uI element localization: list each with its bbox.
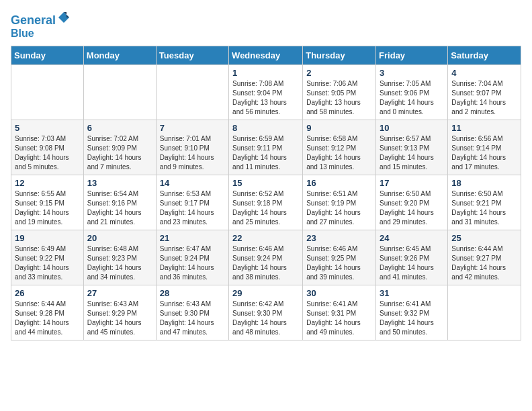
- day-cell: 18Sunrise: 6:50 AM Sunset: 9:21 PM Dayli…: [448, 175, 521, 230]
- header-monday: Monday: [83, 46, 156, 65]
- day-info: Sunrise: 6:55 AM Sunset: 9:15 PM Dayligh…: [15, 189, 80, 227]
- day-number: 3: [380, 68, 444, 78]
- day-cell: 4Sunrise: 7:04 AM Sunset: 9:07 PM Daylig…: [448, 65, 521, 120]
- day-info: Sunrise: 7:03 AM Sunset: 9:08 PM Dayligh…: [15, 134, 80, 172]
- day-number: 14: [160, 178, 225, 188]
- week-row-3: 12Sunrise: 6:55 AM Sunset: 9:15 PM Dayli…: [11, 175, 521, 230]
- day-info: Sunrise: 6:50 AM Sunset: 9:20 PM Dayligh…: [380, 189, 444, 227]
- logo: General Blue: [11, 11, 71, 39]
- day-info: Sunrise: 6:46 AM Sunset: 9:24 PM Dayligh…: [232, 244, 299, 282]
- day-cell: 26Sunrise: 6:44 AM Sunset: 9:28 PM Dayli…: [11, 285, 84, 340]
- day-info: Sunrise: 6:49 AM Sunset: 9:22 PM Dayligh…: [15, 244, 80, 282]
- day-number: 28: [160, 288, 225, 298]
- day-number: 25: [451, 233, 517, 243]
- day-number: 18: [451, 178, 517, 188]
- day-info: Sunrise: 6:41 AM Sunset: 9:32 PM Dayligh…: [380, 300, 444, 337]
- day-cell: 12Sunrise: 6:55 AM Sunset: 9:15 PM Dayli…: [11, 175, 84, 230]
- day-info: Sunrise: 6:53 AM Sunset: 9:17 PM Dayligh…: [160, 189, 225, 227]
- header-saturday: Saturday: [448, 46, 521, 65]
- day-number: 27: [87, 288, 152, 298]
- day-info: Sunrise: 6:57 AM Sunset: 9:13 PM Dayligh…: [380, 134, 444, 172]
- day-info: Sunrise: 6:41 AM Sunset: 9:31 PM Dayligh…: [306, 300, 372, 337]
- day-info: Sunrise: 7:01 AM Sunset: 9:10 PM Dayligh…: [160, 134, 225, 172]
- day-number: 1: [232, 68, 299, 78]
- day-cell: [11, 65, 84, 120]
- day-number: 29: [232, 288, 299, 298]
- day-number: 6: [87, 123, 152, 133]
- day-number: 13: [87, 178, 152, 188]
- day-number: 4: [451, 68, 517, 78]
- day-cell: 29Sunrise: 6:42 AM Sunset: 9:30 PM Dayli…: [229, 285, 303, 340]
- day-cell: 25Sunrise: 6:44 AM Sunset: 9:27 PM Dayli…: [448, 230, 521, 285]
- day-number: 17: [380, 178, 444, 188]
- day-cell: [83, 65, 156, 120]
- day-number: 2: [306, 68, 372, 78]
- day-number: 26: [15, 288, 80, 298]
- logo-general: General: [11, 13, 56, 27]
- page-header: General Blue: [11, 11, 521, 39]
- day-number: 11: [451, 123, 517, 133]
- day-number: 23: [306, 233, 372, 243]
- day-cell: 9Sunrise: 6:58 AM Sunset: 9:12 PM Daylig…: [303, 120, 376, 175]
- day-info: Sunrise: 6:43 AM Sunset: 9:30 PM Dayligh…: [160, 300, 225, 337]
- header-wednesday: Wednesday: [229, 46, 303, 65]
- day-number: 16: [306, 178, 372, 188]
- week-row-2: 5Sunrise: 7:03 AM Sunset: 9:08 PM Daylig…: [11, 120, 521, 175]
- day-info: Sunrise: 6:58 AM Sunset: 9:12 PM Dayligh…: [306, 134, 372, 172]
- day-info: Sunrise: 7:08 AM Sunset: 9:04 PM Dayligh…: [232, 79, 299, 117]
- day-number: 9: [306, 123, 372, 133]
- day-cell: 20Sunrise: 6:48 AM Sunset: 9:23 PM Dayli…: [83, 230, 156, 285]
- day-info: Sunrise: 6:59 AM Sunset: 9:11 PM Dayligh…: [232, 134, 299, 172]
- day-cell: [448, 285, 521, 340]
- logo-blue: Blue: [11, 28, 71, 40]
- day-cell: 21Sunrise: 6:47 AM Sunset: 9:24 PM Dayli…: [156, 230, 228, 285]
- day-info: Sunrise: 6:54 AM Sunset: 9:16 PM Dayligh…: [87, 189, 152, 227]
- day-info: Sunrise: 7:02 AM Sunset: 9:09 PM Dayligh…: [87, 134, 152, 172]
- day-number: 10: [380, 123, 444, 133]
- day-cell: 3Sunrise: 7:05 AM Sunset: 9:06 PM Daylig…: [376, 65, 448, 120]
- day-number: 31: [380, 288, 444, 298]
- header-thursday: Thursday: [303, 46, 376, 65]
- day-number: 24: [380, 233, 444, 243]
- day-cell: 1Sunrise: 7:08 AM Sunset: 9:04 PM Daylig…: [229, 65, 303, 120]
- day-cell: 17Sunrise: 6:50 AM Sunset: 9:20 PM Dayli…: [376, 175, 448, 230]
- header-friday: Friday: [376, 46, 448, 65]
- day-info: Sunrise: 6:52 AM Sunset: 9:18 PM Dayligh…: [232, 189, 299, 227]
- day-cell: [156, 65, 228, 120]
- day-number: 30: [306, 288, 372, 298]
- calendar-table: SundayMondayTuesdayWednesdayThursdayFrid…: [11, 46, 521, 340]
- day-cell: 28Sunrise: 6:43 AM Sunset: 9:30 PM Dayli…: [156, 285, 228, 340]
- day-info: Sunrise: 6:44 AM Sunset: 9:27 PM Dayligh…: [451, 244, 517, 282]
- week-row-4: 19Sunrise: 6:49 AM Sunset: 9:22 PM Dayli…: [11, 230, 521, 285]
- day-cell: 2Sunrise: 7:06 AM Sunset: 9:05 PM Daylig…: [303, 65, 376, 120]
- day-cell: 5Sunrise: 7:03 AM Sunset: 9:08 PM Daylig…: [11, 120, 84, 175]
- day-cell: 8Sunrise: 6:59 AM Sunset: 9:11 PM Daylig…: [229, 120, 303, 175]
- day-cell: 13Sunrise: 6:54 AM Sunset: 9:16 PM Dayli…: [83, 175, 156, 230]
- header-row: SundayMondayTuesdayWednesdayThursdayFrid…: [11, 46, 521, 65]
- day-info: Sunrise: 6:48 AM Sunset: 9:23 PM Dayligh…: [87, 244, 152, 282]
- day-info: Sunrise: 6:50 AM Sunset: 9:21 PM Dayligh…: [451, 189, 517, 227]
- day-cell: 19Sunrise: 6:49 AM Sunset: 9:22 PM Dayli…: [11, 230, 84, 285]
- day-cell: 16Sunrise: 6:51 AM Sunset: 9:19 PM Dayli…: [303, 175, 376, 230]
- day-info: Sunrise: 6:46 AM Sunset: 9:25 PM Dayligh…: [306, 244, 372, 282]
- day-info: Sunrise: 6:45 AM Sunset: 9:26 PM Dayligh…: [380, 244, 444, 282]
- day-info: Sunrise: 7:06 AM Sunset: 9:05 PM Dayligh…: [306, 79, 372, 117]
- day-info: Sunrise: 6:47 AM Sunset: 9:24 PM Dayligh…: [160, 244, 225, 282]
- day-cell: 15Sunrise: 6:52 AM Sunset: 9:18 PM Dayli…: [229, 175, 303, 230]
- day-cell: 10Sunrise: 6:57 AM Sunset: 9:13 PM Dayli…: [376, 120, 448, 175]
- day-info: Sunrise: 7:04 AM Sunset: 9:07 PM Dayligh…: [451, 79, 517, 117]
- day-number: 12: [15, 178, 80, 188]
- day-cell: 31Sunrise: 6:41 AM Sunset: 9:32 PM Dayli…: [376, 285, 448, 340]
- day-info: Sunrise: 6:56 AM Sunset: 9:14 PM Dayligh…: [451, 134, 517, 172]
- day-number: 8: [232, 123, 299, 133]
- day-info: Sunrise: 7:05 AM Sunset: 9:06 PM Dayligh…: [380, 79, 444, 117]
- day-cell: 22Sunrise: 6:46 AM Sunset: 9:24 PM Dayli…: [229, 230, 303, 285]
- day-cell: 23Sunrise: 6:46 AM Sunset: 9:25 PM Dayli…: [303, 230, 376, 285]
- day-cell: 14Sunrise: 6:53 AM Sunset: 9:17 PM Dayli…: [156, 175, 228, 230]
- day-cell: 7Sunrise: 7:01 AM Sunset: 9:10 PM Daylig…: [156, 120, 228, 175]
- day-number: 21: [160, 233, 225, 243]
- day-info: Sunrise: 6:44 AM Sunset: 9:28 PM Dayligh…: [15, 300, 80, 337]
- day-info: Sunrise: 6:43 AM Sunset: 9:29 PM Dayligh…: [87, 300, 152, 337]
- day-number: 5: [15, 123, 80, 133]
- day-cell: 6Sunrise: 7:02 AM Sunset: 9:09 PM Daylig…: [83, 120, 156, 175]
